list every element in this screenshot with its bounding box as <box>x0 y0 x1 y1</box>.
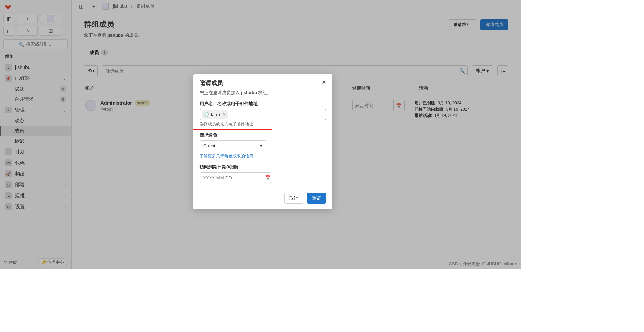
row-activity: 用户已创建: 3月 19, 2024 已授予访问权限: 3月 19, 2024 … <box>415 100 490 119</box>
new-button[interactable]: + <box>17 14 38 23</box>
sidebar-quick-3[interactable]: ☑ <box>40 26 61 36</box>
token-remove-button[interactable]: ✕ <box>222 112 226 117</box>
chevron-down-icon: ▾ <box>93 69 94 73</box>
modal-title: 邀请成员 <box>200 79 223 87</box>
invite-group-button[interactable]: 邀请群组 <box>448 19 476 30</box>
breadcrumb-add-button[interactable]: + <box>89 2 98 10</box>
tab-members[interactable]: 成员 1 <box>84 46 114 60</box>
modal-confirm-button[interactable]: 邀请 <box>307 193 326 204</box>
chevron-down-icon: ▾ <box>260 143 262 148</box>
search-icon: 🔍 <box>19 42 24 47</box>
role-value: Guest <box>203 143 215 148</box>
sidebar-sub-mr[interactable]: 合并请求 0 <box>0 94 71 104</box>
sidebar-toggle-button[interactable]: ◧ <box>3 14 14 23</box>
sidebar-item-build[interactable]: 🚀构建 <box>0 168 71 179</box>
modal-label-user: 用户名、名称或电子邮件地址 <box>200 101 326 107</box>
sidebar-item-group[interactable]: J jishubu <box>0 62 71 73</box>
search-icon: 🔍 <box>459 68 465 74</box>
breadcrumb-separator-icon: / <box>131 3 132 9</box>
breadcrumb-page: 群组成员 <box>137 3 154 9</box>
calendar-icon: 📅 <box>396 103 402 108</box>
manage-icon: ⛯ <box>5 107 12 113</box>
invite-member-button[interactable]: 邀请成员 <box>480 19 508 30</box>
sidebar-item-deploy[interactable]: ◎部署 <box>0 179 71 190</box>
mr-count-badge: 0 <box>60 96 66 102</box>
search-button[interactable]: 🔍 <box>457 65 468 76</box>
th-expiry: 过期时间 <box>352 85 407 91</box>
modal-label-date: 访问到期日期(可选) <box>200 164 326 170</box>
row-expiry-calendar-button[interactable]: 📅 <box>394 100 405 111</box>
sidebar-search[interactable]: 🔍 搜索或转到… <box>3 39 68 49</box>
sidebar-sub-issues[interactable]: 议题 0 <box>0 84 71 94</box>
page-title: 群组成员 <box>84 19 142 30</box>
avatar-icon <box>47 15 54 22</box>
token-avatar-icon <box>204 112 209 117</box>
ops-icon: ☁ <box>5 192 12 199</box>
modal-date-input[interactable] <box>200 172 265 183</box>
kebab-icon: ⋮ <box>501 103 505 108</box>
page-subtitle: 您正在查看 jishubu 的成员。 <box>84 32 142 38</box>
pin-icon: 📌 <box>5 75 12 82</box>
gitlab-logo-icon <box>4 2 12 10</box>
self-badge: 你自己 <box>135 100 150 106</box>
sidebar-section-label: 群组 <box>0 52 71 62</box>
sidebar-item-plan[interactable]: ☰计划 <box>0 146 71 157</box>
history-icon: ⟲ <box>88 68 92 74</box>
sort-icon: ↑≡ <box>500 68 505 74</box>
breadcrumb-avatar-icon <box>102 3 109 10</box>
modal-close-button[interactable]: ✕ <box>322 79 326 86</box>
admin-button[interactable]: 🔑 管理中心 <box>38 258 67 266</box>
breadcrumb-bar: ◫ + jishubu / 群组成员 <box>72 0 521 12</box>
modal-role-link[interactable]: 了解更多关于角色权限的信息 <box>200 153 326 159</box>
plus-icon: + <box>26 16 29 21</box>
plan-icon: ☰ <box>5 148 12 155</box>
sidebar-item-ops[interactable]: ☁运维 <box>0 190 71 201</box>
modal-user-hint: 选择成员或输入电子邮件地址 <box>200 121 326 127</box>
sidebar-item-settings[interactable]: ⚙设置 <box>0 201 71 212</box>
sidebar-group-name: jishubu <box>15 65 30 70</box>
account-sort-dropdown[interactable]: 帐户▾ <box>472 65 493 76</box>
group-avatar-icon: J <box>5 64 12 71</box>
sidebar-sub-labels[interactable]: 标记 <box>0 136 71 146</box>
token-name: tarro <box>211 112 220 117</box>
th-activity: 活动 <box>419 85 495 91</box>
sidebar-quick-1[interactable]: ◫ <box>3 26 14 36</box>
sidebar-sub-activity[interactable]: 动态 <box>0 115 71 126</box>
gear-icon: ⚙ <box>5 203 12 210</box>
sidebar-sub-members[interactable]: 成员 <box>0 126 71 136</box>
user-handle: @root <box>100 107 150 112</box>
modal-role-select[interactable]: Guest ▾ <box>200 140 266 151</box>
build-icon: 🚀 <box>5 170 12 177</box>
sidebar-quick-2[interactable]: ᔀ <box>17 26 38 36</box>
modal-date-calendar-button[interactable]: 📅 <box>265 172 271 183</box>
modal-label-role: 选择角色 <box>200 132 326 138</box>
chevron-down-icon: ▾ <box>486 68 489 74</box>
sidebar-item-pinned[interactable]: 📌 已钉选 <box>0 73 71 84</box>
user-name[interactable]: Administrator <box>100 100 132 106</box>
sort-direction-button[interactable]: ↑≡ <box>497 65 508 76</box>
calendar-icon: 📅 <box>265 175 271 180</box>
sidebar-item-manage[interactable]: ⛯ 管理 <box>0 104 71 115</box>
avatar-icon <box>85 100 96 111</box>
sidebar: ◧ + ◫ ᔀ ☑ 🔍 搜索或转到… 群组 J jishubu 📌 已钉选 议题… <box>0 0 72 269</box>
modal-description: 您正在邀请成员加入 jishubu 群组。 <box>200 90 326 96</box>
sidebar-search-placeholder: 搜索或转到… <box>26 41 53 47</box>
close-icon: ✕ <box>222 112 226 117</box>
user-token: tarro ✕ <box>202 110 228 119</box>
row-expiry-input[interactable] <box>352 100 394 111</box>
help-link[interactable]: ?帮助 <box>4 259 18 266</box>
deploy-icon: ◎ <box>5 181 12 188</box>
tabs: 成员 1 <box>84 46 508 60</box>
code-icon: </> <box>5 159 12 166</box>
panel-icon: ◧ <box>7 16 11 21</box>
modal-cancel-button[interactable]: 取消 <box>284 193 303 204</box>
row-menu-button[interactable]: ⋮ <box>497 100 508 111</box>
sidebar-item-code[interactable]: </>代码 <box>0 157 71 168</box>
sidebar-collapse-button[interactable]: ◫ <box>77 2 85 10</box>
close-icon: ✕ <box>322 79 326 85</box>
members-count-badge: 1 <box>101 49 108 56</box>
history-button[interactable]: ⟲▾ <box>84 65 98 76</box>
modal-user-input[interactable]: tarro ✕ <box>200 109 326 120</box>
breadcrumb-group[interactable]: jishubu <box>113 3 127 9</box>
top-nav-avatar[interactable] <box>40 14 61 23</box>
